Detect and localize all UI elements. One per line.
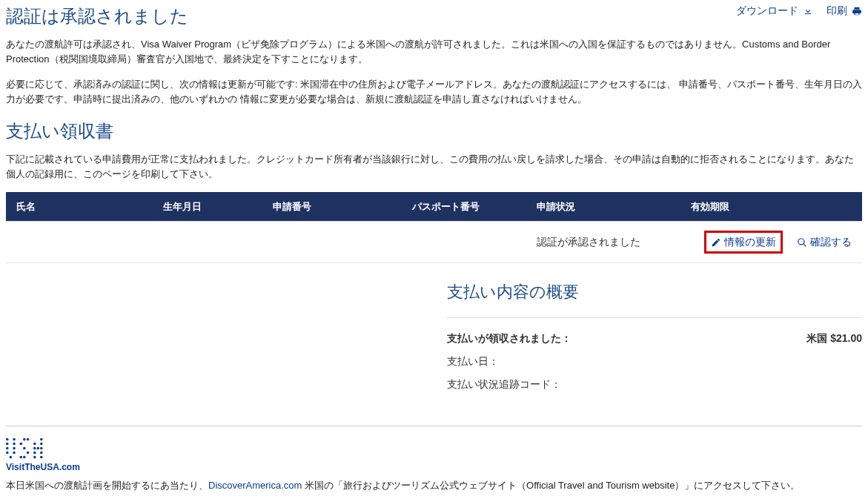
download-label: ダウンロード bbox=[736, 3, 798, 19]
print-label: 印刷 bbox=[826, 3, 847, 19]
download-action[interactable]: ダウンロード bbox=[736, 3, 813, 19]
summary-paid-label: 支払いが領収されました： bbox=[447, 331, 572, 346]
logo-caption: VisitTheUSA.com bbox=[6, 460, 87, 474]
update-info-button[interactable]: 情報の更新 bbox=[704, 231, 783, 254]
receipt-title: 支払い領収書 bbox=[6, 118, 862, 145]
confirm-button[interactable]: 確認する bbox=[797, 234, 852, 250]
auth-paragraph-1: あなたの渡航許可は承認され、Visa Waiver Program（ビザ免除プロ… bbox=[6, 37, 862, 67]
cell-passport bbox=[402, 222, 526, 263]
footer-paragraph-1: 本日米国への渡航計画を開始するにあ当たり、DiscoverAmerica.com… bbox=[6, 478, 862, 493]
cell-status: 認証が承認されました bbox=[526, 222, 680, 263]
th-dob: 生年月日 bbox=[153, 192, 262, 222]
confirm-label: 確認する bbox=[810, 234, 852, 250]
th-passport: パスポート番号 bbox=[402, 192, 526, 222]
search-icon bbox=[797, 237, 807, 248]
cell-dob bbox=[153, 222, 262, 263]
th-expires: 有効期限 bbox=[680, 192, 862, 222]
divider bbox=[6, 426, 862, 426]
update-info-label: 情報の更新 bbox=[724, 234, 776, 250]
summary-date-label: 支払い日： bbox=[447, 354, 499, 369]
auth-title: 認証は承認されました bbox=[6, 3, 862, 30]
pencil-icon bbox=[711, 237, 721, 248]
receipt-paragraph: 下記に記載されている申請費用が正常に支払われました。クレジットカード所有者が当該… bbox=[6, 152, 862, 182]
print-icon bbox=[852, 6, 862, 16]
cell-appnum bbox=[262, 222, 402, 263]
payment-summary: 支払い内容の概要 支払いが領収されました： 米国 $21.00 支払い日： 支払… bbox=[447, 274, 862, 396]
download-icon bbox=[803, 6, 813, 16]
auth-paragraph-2: 必要に応じて、承認済みの認証に関し、次の情報は更新が可能です: 米国滞在中の住所… bbox=[6, 77, 862, 107]
th-status: 申請状況 bbox=[526, 192, 680, 222]
summary-trace-label: 支払い状況追跡コード： bbox=[447, 377, 561, 392]
th-name: 氏名 bbox=[6, 192, 153, 222]
print-action[interactable]: 印刷 bbox=[826, 3, 862, 19]
th-appnum: 申請番号 bbox=[262, 192, 402, 222]
summary-paid-amount: 米国 $21.00 bbox=[806, 331, 862, 346]
cell-name bbox=[6, 222, 153, 263]
summary-title: 支払い内容の概要 bbox=[447, 280, 862, 304]
table-row: 認証が承認されました 情報の更新 確認する bbox=[6, 222, 862, 263]
receipt-table: 氏名 生年月日 申請番号 パスポート番号 申請状況 有効期限 認証が承認されまし… bbox=[6, 192, 862, 264]
discover-america-link[interactable]: DiscoverAmerica.com bbox=[208, 480, 302, 491]
visit-usa-logo[interactable]: ● ● ●● ● ● ● ● ● ● ● ● ● ●●● ● ● ● ● ● ●… bbox=[6, 437, 87, 475]
